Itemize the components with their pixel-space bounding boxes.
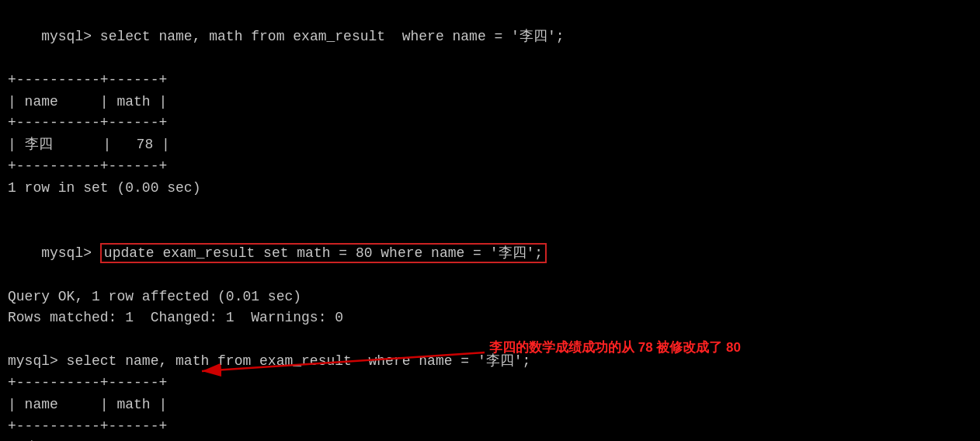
line-5: | 李四 | 78 | (8, 134, 972, 156)
line-14: +----------+------+ (8, 373, 972, 394)
update-command-boxed: update exam_result set math = 80 where n… (100, 243, 547, 263)
line-8 (8, 200, 972, 221)
prompt: mysql> select name, math from exam_resul… (41, 29, 564, 44)
line-17: | 李四 | 80 | (8, 438, 972, 441)
line-16: +----------+------+ (8, 416, 972, 438)
line-7: 1 row in set (0.00 sec) (8, 178, 972, 200)
line-4: +----------+------+ (8, 113, 972, 134)
line-1: mysql> select name, math from exam_resul… (8, 5, 972, 70)
line-2: +----------+------+ (8, 70, 972, 92)
line-15: | name | math | (8, 394, 972, 416)
line-9: mysql> update exam_result set math = 80 … (8, 221, 972, 286)
terminal-window: mysql> select name, math from exam_resul… (8, 5, 972, 436)
line-3: | name | math | (8, 92, 972, 113)
line-6: +----------+------+ (8, 156, 972, 178)
mysql-prompt-2: mysql> (41, 245, 100, 261)
line-11: Rows matched: 1 Changed: 1 Warnings: 0 (8, 307, 972, 329)
annotation-text: 李四的数学成绩成功的从 78 被修改成了 80 (489, 339, 741, 356)
line-10: Query OK, 1 row affected (0.01 sec) (8, 286, 972, 308)
